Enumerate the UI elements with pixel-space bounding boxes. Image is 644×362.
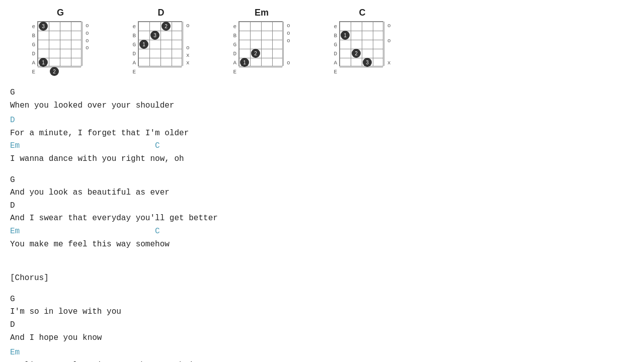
inline-chords: Em C [10, 140, 634, 153]
chord-name-em: Em [255, 8, 269, 18]
string-marker: o [184, 22, 190, 30]
string-label: e [32, 22, 35, 31]
string-marker: x [385, 59, 391, 66]
chord-label-black: G [10, 293, 634, 306]
string-marker [285, 52, 290, 59]
finger-dot: 2 [352, 49, 361, 58]
chord-label: Em [10, 346, 634, 359]
lyric-line: Darling your love is more than worth its [10, 359, 634, 362]
chord-label: D [10, 114, 634, 127]
finger-dot: 1 [39, 58, 48, 67]
string-marker [385, 30, 391, 37]
spacer [10, 259, 634, 267]
string-label: A [233, 58, 236, 67]
string-label: D [132, 49, 136, 58]
string-label: A [32, 58, 35, 67]
string-label: G [334, 40, 337, 49]
lyric-line: I wanna dance with you right now, oh [10, 153, 634, 166]
string-label: G [32, 40, 35, 49]
spacer [10, 166, 634, 174]
string-marker [84, 52, 89, 59]
chord-diagrams-container: GeBGDAE123ooooDeBGDAE231ooxxEmeBGDAE21oo… [10, 5, 634, 76]
chord-name-g: G [57, 8, 64, 18]
string-label: B [334, 31, 337, 40]
string-marker [385, 52, 391, 59]
chord-block-d: DeBGDAE231ooxx [111, 8, 211, 76]
string-marker: o [285, 30, 290, 37]
section-label: [Chorus] [10, 272, 634, 285]
string-label: E [233, 67, 236, 76]
chord-block-g: GeBGDAE123oooo [10, 8, 111, 76]
lyric-line: And I swear that everyday you'll get bet… [10, 212, 634, 225]
string-label: e [132, 22, 136, 31]
lyric-line: For a minute, I forget that I'm older [10, 127, 634, 140]
string-marker: o [84, 22, 89, 30]
string-marker: o [385, 37, 391, 44]
chord-name-d: D [158, 8, 165, 18]
string-label: G [132, 40, 136, 49]
chord-block-c: CeBGDAE123oox [312, 8, 413, 76]
finger-dot: 2 [50, 67, 59, 76]
spacer [10, 251, 634, 259]
string-label: B [32, 31, 35, 40]
string-marker: x [184, 59, 190, 66]
string-label: E [32, 67, 35, 76]
string-label: G [233, 40, 236, 49]
lyric-line: And you look as beautiful as ever [10, 187, 634, 200]
string-marker [385, 44, 391, 52]
string-label: e [233, 22, 236, 31]
chord-label-black: G [10, 174, 634, 187]
finger-dot: 3 [39, 22, 48, 31]
string-label: B [132, 31, 136, 40]
finger-dot: 3 [150, 31, 159, 40]
string-marker: o [285, 22, 290, 30]
chord-name-c: C [359, 8, 366, 18]
finger-dot: 1 [240, 58, 249, 67]
string-marker [84, 59, 89, 66]
string-marker [184, 30, 190, 37]
string-label: B [233, 31, 236, 40]
string-label: E [132, 67, 136, 76]
inline-chords: Em C [10, 225, 634, 238]
lyric-line: When you looked over your shoulder [10, 100, 634, 113]
chord-label-black: D [10, 319, 634, 332]
string-marker: o [84, 37, 89, 44]
finger-dot: 3 [363, 58, 372, 67]
finger-dot: 1 [341, 31, 350, 40]
string-marker: o [84, 30, 89, 37]
string-label: D [32, 49, 35, 58]
string-marker: o [385, 22, 391, 30]
string-marker: x [184, 52, 190, 59]
string-marker: o [285, 59, 290, 66]
lyric-line: And I hope you know [10, 332, 634, 345]
chord-block-em: EmeBGDAE21oooo [211, 8, 312, 76]
chord-label-black: G [10, 86, 634, 100]
string-marker: o [84, 44, 89, 52]
string-label: A [334, 58, 337, 67]
string-label: e [334, 22, 337, 31]
string-label: D [233, 49, 236, 58]
string-label: D [334, 49, 337, 58]
string-label: A [132, 58, 136, 67]
string-marker [184, 37, 190, 44]
lyrics-section: GWhen you looked over your shoulderDFor … [10, 86, 634, 362]
finger-dot: 2 [162, 22, 171, 31]
spacer [10, 285, 634, 293]
string-label: E [334, 67, 337, 76]
string-marker: o [184, 44, 190, 52]
string-marker: o [285, 37, 290, 44]
lyric-line: You make me feel this way somehow [10, 238, 634, 251]
lyric-line: I'm so in love with you [10, 306, 634, 319]
chord-label-black: D [10, 200, 634, 213]
string-marker [285, 44, 290, 52]
finger-dot: 1 [139, 40, 148, 49]
finger-dot: 2 [251, 49, 260, 58]
